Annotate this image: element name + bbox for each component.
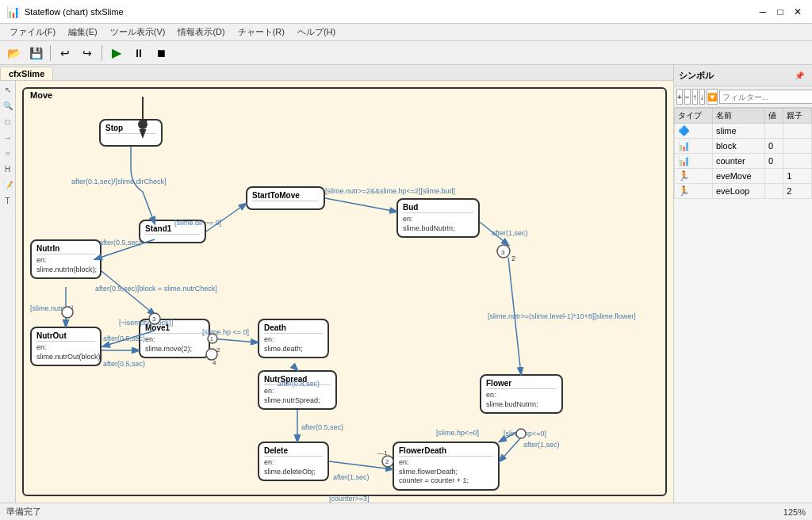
menu-help[interactable]: ヘルプ(H): [291, 25, 342, 40]
chart-section: cfxSlime ↖ 🔍 □ → ○ H 📝 T Move: [0, 65, 673, 503]
sym-type-cell: 🏃: [675, 169, 713, 184]
stand1-state-name: Stand1: [145, 224, 200, 235]
transition-tool[interactable]: →: [1, 130, 15, 144]
titlebar: 📊 Stateflow (chart) sfxSlime ─ □ ✕: [0, 0, 812, 24]
sym-down-btn[interactable]: ↓: [699, 89, 705, 105]
sym-filter-btn[interactable]: 🔽: [707, 89, 718, 105]
filter-input[interactable]: [719, 90, 812, 104]
initial-transition: [139, 97, 147, 126]
symbols-row[interactable]: 📊counter0: [675, 154, 812, 169]
diagram-area: ↖ 🔍 □ → ○ H 📝 T Move: [0, 81, 673, 503]
sym-value-cell: 0: [764, 154, 783, 169]
death-state-name: Death: [264, 323, 323, 334]
flowerDeath-state[interactable]: FlowerDeath en:slime.flowerDeath;counter…: [393, 442, 500, 491]
outer-move-label: Move: [30, 90, 52, 100]
sym-type-cell: 📊: [675, 154, 713, 169]
note-tool[interactable]: 📝: [1, 178, 15, 192]
startToMove-state-name: StartToMove: [252, 191, 319, 201]
menu-chart[interactable]: チャート(R): [232, 25, 291, 40]
nutrSpread-state[interactable]: NutrSpread en:slime.nutrSpread;: [258, 370, 337, 410]
bud-state-body: en:slime.budNutrIn;: [403, 215, 473, 233]
history-tool[interactable]: H: [1, 162, 15, 176]
nutrOut-state-name: NutrOut: [36, 331, 95, 342]
flower-state[interactable]: Flower en:slime.budNutrIn;: [480, 374, 563, 414]
startToMove-state[interactable]: StartToMove: [246, 186, 325, 210]
minimize-button[interactable]: ─: [755, 4, 771, 20]
sym-name-cell: counter: [712, 154, 764, 169]
sym-up-btn[interactable]: ↑: [692, 89, 698, 105]
titlebar-title: Stateflow (chart) sfxSlime: [25, 7, 124, 17]
undo-button[interactable]: ↩: [55, 44, 75, 63]
sym-add-btn[interactable]: +: [676, 89, 683, 105]
sym-parent-cell: [783, 124, 812, 139]
canvas-area[interactable]: Move Stop StartToMove Stand1: [16, 81, 673, 503]
move1-state-body: en:slime.move(2);: [145, 335, 204, 354]
symbols-row[interactable]: 🏃eveLoop2: [675, 184, 812, 199]
titlebar-controls: ─ □ ✕: [755, 4, 806, 20]
col-name: 名前: [712, 109, 764, 124]
open-button[interactable]: 📂: [3, 44, 24, 63]
nutrOut-state[interactable]: NutrOut en:slime.nutrOut(block);: [30, 327, 102, 366]
nutrOut-state-body: en:slime.nutrOut(block);: [36, 343, 95, 361]
death-state-body: en:slime.death;: [264, 335, 323, 354]
sym-parent-cell: 1: [783, 169, 812, 184]
flower-state-name: Flower: [486, 379, 557, 389]
delete-state-name: Delete: [264, 446, 323, 457]
menubar: ファイル(F) 編集(E) ツール表示(V) 情報表示(D) チャート(R) ヘ…: [0, 24, 812, 41]
state-tool[interactable]: □: [1, 114, 15, 128]
menu-edit[interactable]: 編集(E): [62, 25, 104, 40]
main-layout: cfxSlime ↖ 🔍 □ → ○ H 📝 T Move: [0, 65, 812, 503]
close-button[interactable]: ✕: [790, 4, 806, 20]
menu-tools[interactable]: ツール表示(V): [104, 25, 172, 40]
stop-button[interactable]: ⏹: [151, 44, 171, 63]
symbols-row[interactable]: 🔷slime: [675, 124, 812, 139]
nutrIn-state-name: NutrIn: [36, 244, 95, 254]
move1-state-name: Move1: [145, 323, 204, 334]
menu-file[interactable]: ファイル(F): [3, 25, 62, 40]
stand1-state[interactable]: Stand1: [139, 220, 206, 243]
symbols-table: タイプ 名前 値 親子 🔷slime📊block0📊counter0🏃eveMo…: [674, 108, 812, 503]
col-value: 値: [764, 109, 783, 124]
save-button[interactable]: 💾: [25, 44, 46, 63]
stop-state[interactable]: Stop: [99, 119, 163, 147]
flowerDeath-state-body: en:slime.flowerDeath;counter = counter +…: [399, 458, 493, 486]
junction-tool[interactable]: ○: [1, 146, 15, 160]
pointer-tool[interactable]: ↖: [1, 82, 15, 97]
pause-button[interactable]: ⏸: [128, 44, 149, 63]
sym-type-cell: 🏃: [675, 184, 713, 199]
sym-delete-btn[interactable]: −: [684, 89, 691, 105]
right-panel: シンボル 📌 + − ↑ ↓ 🔽 タイプ 名前 値 親子: [673, 65, 812, 503]
toolbar-separator-2: [102, 45, 102, 61]
nutrIn-state[interactable]: NutrIn en:slime.nutrIn(block);: [30, 239, 102, 279]
move1-state[interactable]: Move1 en:slime.move(2);: [139, 319, 210, 358]
zoom-tool[interactable]: 🔍: [1, 98, 15, 113]
chart-tab[interactable]: cfxSlime: [0, 67, 53, 80]
symbols-title: シンボル: [679, 70, 714, 82]
flowerDeath-state-name: FlowerDeath: [399, 446, 493, 457]
sym-value-cell: [764, 124, 783, 139]
death-state[interactable]: Death en:slime.death;: [258, 319, 329, 358]
delete-state-body: en:slime.deleteObj;: [264, 458, 323, 476]
delete-state[interactable]: Delete en:slime.deleteObj;: [258, 442, 329, 481]
app-icon: 📊: [6, 6, 20, 18]
sym-value-cell: [764, 169, 783, 184]
text-tool[interactable]: T: [1, 193, 15, 208]
symbols-pin[interactable]: 📌: [791, 67, 807, 83]
nutrSpread-state-body: en:slime.nutrSpread;: [264, 387, 331, 405]
statusbar: 準備完了 125%: [0, 503, 812, 520]
titlebar-left: 📊 Stateflow (chart) sfxSlime: [6, 6, 124, 18]
zoom-level: 125%: [783, 507, 806, 517]
maximize-button[interactable]: □: [772, 4, 788, 20]
bud-state[interactable]: Bud en:slime.budNutrIn;: [396, 198, 480, 238]
symbols-row[interactable]: 📊block0: [675, 139, 812, 154]
symbols-row[interactable]: 🏃eveMove1: [675, 169, 812, 184]
menu-info[interactable]: 情報表示(D): [171, 25, 231, 40]
flower-state-body: en:slime.budNutrIn;: [486, 391, 557, 409]
sym-value-cell: [764, 184, 783, 199]
redo-button[interactable]: ↪: [77, 44, 98, 63]
sym-type-cell: 🔷: [675, 124, 713, 139]
run-button[interactable]: ▶: [106, 44, 127, 63]
stop-state-name: Stop: [105, 124, 156, 134]
nutrSpread-state-name: NutrSpread: [264, 375, 331, 385]
sym-value-cell: 0: [764, 139, 783, 154]
